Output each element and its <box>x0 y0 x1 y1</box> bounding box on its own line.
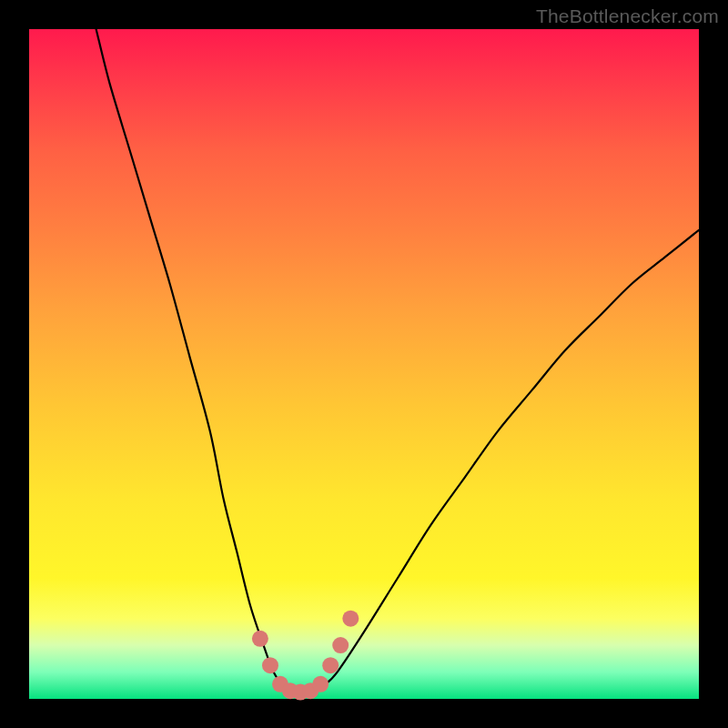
marker-dot <box>252 631 268 647</box>
marker-dot <box>342 611 359 627</box>
marker-dot <box>332 637 349 653</box>
marker-dot <box>262 657 278 673</box>
marker-dot <box>322 657 339 673</box>
marker-dot <box>312 676 329 693</box>
bottleneck-plot <box>29 29 699 699</box>
watermark-text: TheBottlenecker.com <box>536 5 719 27</box>
chart-area <box>29 29 699 699</box>
bottleneck-curve <box>96 29 699 693</box>
